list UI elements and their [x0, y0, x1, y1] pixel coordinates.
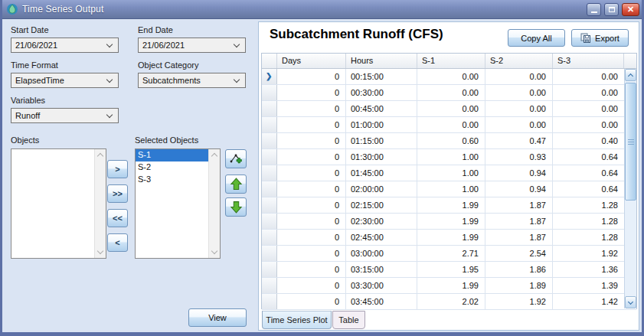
move-down-button[interactable]	[225, 197, 247, 217]
table-header: Days Hours S-1 S-2 S-3	[262, 54, 636, 69]
table-cell: 1.00	[417, 181, 485, 197]
table-cell: 03:45:00	[346, 294, 417, 309]
table-cell: 03:15:00	[346, 262, 417, 277]
move-all-right-button[interactable]: >>	[107, 184, 128, 203]
view-button[interactable]: View	[188, 308, 247, 327]
table-row[interactable]: 003:15:001.951.861.36	[262, 262, 636, 278]
table-cell: 0	[277, 165, 346, 181]
scroll-down-button[interactable]	[625, 296, 636, 308]
row-selector[interactable]	[262, 181, 277, 197]
scrollbar-thumb[interactable]	[625, 83, 636, 201]
results-panel: Subcatchment Runoff (CFS) Copy All Expor…	[258, 21, 639, 331]
add-to-plot-button[interactable]	[225, 149, 247, 168]
window-controls: ✕	[587, 3, 639, 16]
table-row[interactable]: 002:15:001.991.871.28	[262, 197, 636, 214]
title-bar[interactable]: Time Series Output ✕	[0, 0, 644, 19]
table-cell: 2.02	[417, 294, 485, 309]
table-cell: 2.71	[417, 246, 485, 261]
table-cell: 0.93	[485, 149, 553, 165]
row-selector[interactable]	[262, 230, 277, 245]
tab-table[interactable]: Table	[332, 311, 365, 329]
row-selector[interactable]	[262, 85, 277, 100]
export-label: Export	[595, 34, 619, 43]
row-selector[interactable]	[262, 262, 277, 277]
close-button[interactable]: ✕	[622, 3, 639, 16]
table-row[interactable]: 001:00:000.000.000.00	[262, 117, 636, 133]
maximize-button[interactable]	[604, 3, 619, 16]
table-cell: 0.00	[485, 69, 553, 84]
export-icon	[580, 33, 591, 44]
end-date-select[interactable]: 21/06/2021	[138, 38, 246, 53]
row-selector[interactable]	[262, 294, 277, 309]
scroll-down-icon	[628, 298, 633, 304]
plot-add-icon	[230, 152, 243, 165]
chevron-down-icon	[234, 76, 240, 82]
table-row[interactable]: 001:45:001.000.940.64	[262, 165, 636, 181]
start-date-select[interactable]: 21/06/2021	[11, 38, 119, 53]
row-selector[interactable]	[262, 278, 277, 293]
table-row[interactable]: 001:30:001.000.930.64	[262, 149, 636, 165]
variables-select[interactable]: Runoff	[11, 108, 119, 123]
table-cell: 0	[277, 85, 346, 100]
row-selector[interactable]	[262, 246, 277, 261]
row-selector[interactable]	[262, 149, 277, 165]
table-cell: 01:00:00	[346, 117, 417, 132]
scroll-up-button[interactable]	[625, 69, 636, 81]
row-selector[interactable]	[262, 133, 277, 148]
end-date-label: End Date	[138, 25, 173, 34]
table-row[interactable]: 002:00:001.000.940.64	[262, 181, 636, 197]
table-row[interactable]: 003:00:002.712.541.92	[262, 246, 636, 262]
table-scrollbar[interactable]	[624, 69, 636, 308]
objects-label: Objects	[11, 135, 39, 145]
objects-list[interactable]	[11, 148, 106, 259]
row-selector[interactable]	[262, 214, 277, 229]
table-row[interactable]: 003:30:001.991.891.39	[262, 278, 636, 294]
object-category-select[interactable]: Subcatchments	[138, 73, 246, 88]
move-right-button[interactable]: >	[107, 160, 128, 178]
table-row[interactable]: 001:15:000.600.470.40	[262, 133, 636, 149]
table-cell: 0.40	[553, 133, 624, 148]
row-selector[interactable]	[262, 117, 277, 132]
scroll-down-icon	[211, 248, 217, 254]
move-all-left-button[interactable]: <<	[107, 209, 128, 227]
objects-list-scrollbar[interactable]	[94, 149, 106, 258]
row-selector[interactable]	[262, 101, 277, 116]
selected-objects-scrollbar[interactable]	[208, 149, 220, 258]
column-header-s2[interactable]: S-2	[485, 54, 553, 68]
dialog-content: Start Date 21/06/2021 End Date 21/06/202…	[2, 19, 642, 332]
row-selector[interactable]	[262, 197, 277, 213]
header-selector	[262, 54, 277, 68]
table-cell: 1.87	[485, 197, 553, 213]
list-item[interactable]: S-1	[136, 149, 208, 161]
table-cell: 02:30:00	[346, 214, 417, 229]
time-format-select[interactable]: ElapsedTime	[11, 73, 119, 88]
row-selector[interactable]: ❯	[262, 69, 277, 84]
table-row[interactable]: 000:30:000.000.000.00	[262, 85, 636, 101]
table-row[interactable]: ❯000:15:000.000.000.00	[262, 69, 636, 85]
table-cell: 1.00	[417, 165, 485, 181]
table-cell: 1.87	[485, 214, 553, 229]
table-cell: 1.00	[417, 149, 485, 165]
column-header-hours[interactable]: Hours	[346, 54, 417, 68]
tab-time-series-plot[interactable]: Time Series Plot	[262, 311, 332, 329]
list-item[interactable]: S-2	[136, 161, 208, 174]
table-row[interactable]: 002:45:001.991.871.28	[262, 230, 636, 246]
column-header-s3[interactable]: S-3	[553, 54, 624, 68]
minimize-button[interactable]	[587, 3, 601, 16]
table-cell: 03:00:00	[346, 246, 417, 261]
move-up-button[interactable]	[225, 175, 247, 194]
table-cell: 0.00	[553, 101, 624, 116]
table-row[interactable]: 002:30:001.991.871.28	[262, 214, 636, 230]
list-item[interactable]: S-3	[136, 174, 208, 186]
copy-all-button[interactable]: Copy All	[508, 29, 565, 47]
table-cell: 1.95	[417, 262, 485, 277]
table-row[interactable]: 003:45:002.021.921.42	[262, 294, 636, 310]
row-selector[interactable]	[262, 165, 277, 181]
export-button[interactable]: Export	[571, 29, 629, 47]
column-header-s1[interactable]: S-1	[417, 54, 485, 68]
column-header-days[interactable]: Days	[277, 54, 346, 68]
table-row[interactable]: 000:45:000.000.000.00	[262, 101, 636, 117]
table-cell: 00:30:00	[346, 85, 417, 100]
move-left-button[interactable]: <	[107, 233, 128, 252]
selected-objects-list[interactable]: S-1S-2S-3	[135, 148, 221, 259]
